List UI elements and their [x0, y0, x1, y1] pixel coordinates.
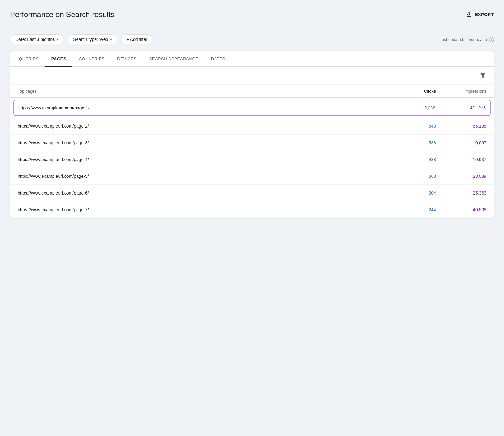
- sort-arrow-icon: ↓: [420, 89, 422, 94]
- tab-search-appearance[interactable]: SEARCH APPEARANCE: [143, 51, 205, 67]
- row-url: https://www.exampleurl.com/page-4/: [18, 157, 386, 162]
- last-updated-text: Last updated: 2 hours ago: [439, 37, 487, 42]
- page-header: Performance on Search results EXPORT: [10, 10, 494, 19]
- date-filter-label: Date: Last 3 months: [15, 37, 55, 42]
- row-url: https://www.exampleurl.com/page-1/: [18, 105, 385, 110]
- tab-pages[interactable]: PAGES: [45, 51, 73, 67]
- export-icon: [465, 11, 472, 18]
- tabs-container: QUERIES PAGES COUNTRIES DEVICES SEARCH A…: [10, 51, 494, 67]
- row-impressions: 25,363: [436, 190, 486, 195]
- search-type-filter-label: Search type: Web: [73, 37, 108, 42]
- row-clicks: 538: [386, 140, 436, 145]
- export-label: EXPORT: [475, 12, 494, 17]
- date-filter-chevron: ▾: [57, 37, 59, 42]
- add-filter-label: + Add filter: [126, 37, 147, 42]
- row-impressions: 421,215: [435, 105, 486, 110]
- col-header-clicks[interactable]: ↓ Clicks: [386, 89, 436, 94]
- export-button[interactable]: EXPORT: [465, 11, 494, 18]
- row-url: https://www.exampleurl.com/page-2/: [18, 124, 386, 129]
- filter-bar: Date: Last 3 months ▾ Search type: Web ▾…: [10, 34, 494, 44]
- row-impressions: 28,039: [436, 174, 486, 179]
- tab-countries[interactable]: COUNTRIES: [72, 51, 111, 67]
- tab-dates[interactable]: DATES: [205, 51, 232, 67]
- row-url: https://www.exampleurl.com/page-3/: [18, 140, 386, 145]
- table-toolbar: [10, 67, 494, 85]
- search-type-filter-chip[interactable]: Search type: Web ▾: [68, 34, 117, 44]
- data-table: Top pages ↓ Clicks Impressions https://w…: [10, 85, 494, 218]
- table-row[interactable]: https://www.exampleurl.com/page-5/ 368 2…: [10, 168, 494, 185]
- col-header-impressions[interactable]: Impressions: [436, 89, 486, 94]
- row-impressions: 55,135: [436, 124, 486, 129]
- table-header-row: Top pages ↓ Clicks Impressions: [10, 85, 494, 98]
- table-row[interactable]: https://www.exampleurl.com/page-6/ 304 2…: [10, 185, 494, 201]
- add-filter-button[interactable]: + Add filter: [121, 34, 153, 44]
- tab-devices[interactable]: DEVICES: [111, 51, 143, 67]
- table-row[interactable]: https://www.exampleurl.com/page-3/ 538 1…: [10, 135, 494, 151]
- date-filter-chip[interactable]: Date: Last 3 months ▾: [10, 34, 64, 44]
- search-type-chevron: ▾: [110, 37, 112, 42]
- row-clicks: 488: [386, 157, 436, 162]
- row-clicks: 368: [386, 174, 436, 179]
- row-clicks: 843: [386, 124, 436, 129]
- row-clicks: 2,238: [385, 105, 435, 110]
- row-url: https://www.exampleurl.com/page-6/: [18, 190, 386, 195]
- row-url: https://www.exampleurl.com/page-5/: [18, 174, 386, 179]
- row-clicks: 244: [386, 207, 436, 212]
- last-updated: Last updated: 2 hours ago ?: [439, 37, 494, 42]
- row-url: https://www.exampleurl.com/page-7/: [18, 207, 386, 212]
- row-impressions: 40,508: [436, 207, 486, 212]
- table-filter-button[interactable]: [478, 71, 488, 81]
- tab-queries[interactable]: QUERIES: [13, 51, 45, 67]
- table-row[interactable]: https://www.exampleurl.com/page-2/ 843 5…: [10, 118, 494, 135]
- row-impressions: 10,697: [436, 140, 486, 145]
- info-icon[interactable]: ?: [489, 37, 494, 42]
- table-row[interactable]: https://www.exampleurl.com/page-1/ 2,238…: [13, 100, 491, 116]
- table-row[interactable]: https://www.exampleurl.com/page-4/ 488 1…: [10, 151, 494, 168]
- row-clicks: 304: [386, 190, 436, 195]
- col-clicks-label: Clicks: [424, 89, 436, 94]
- table-row[interactable]: https://www.exampleurl.com/page-7/ 244 4…: [10, 201, 494, 218]
- row-impressions: 10,937: [436, 157, 486, 162]
- col-header-page: Top pages: [18, 89, 386, 94]
- table-rows: https://www.exampleurl.com/page-1/ 2,238…: [10, 100, 494, 218]
- main-card: QUERIES PAGES COUNTRIES DEVICES SEARCH A…: [10, 51, 494, 218]
- header-divider: [10, 28, 494, 28]
- page-title: Performance on Search results: [10, 10, 114, 19]
- filter-icon: [479, 72, 486, 79]
